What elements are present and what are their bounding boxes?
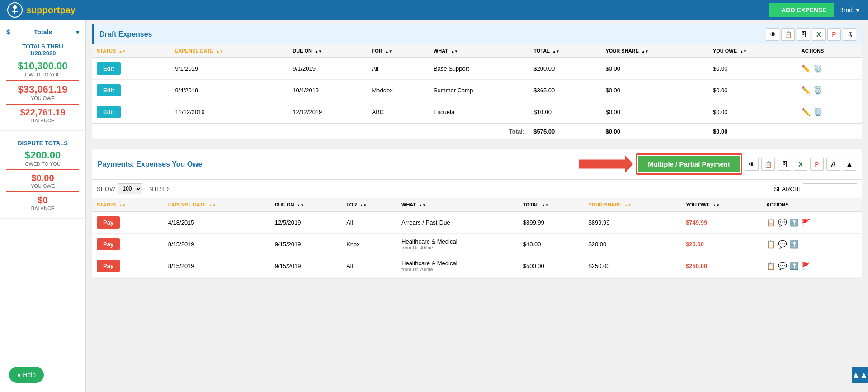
pay-col-status: STATUS ▲▼ [92, 198, 164, 211]
you-owe-amount: $33,061.19 [6, 84, 79, 96]
svg-point-1 [13, 5, 17, 9]
edit-button-1[interactable]: Edit [97, 84, 121, 96]
edit-icon[interactable]: ✏️ [802, 64, 811, 73]
draft-total-row: Total: $575.00 $0.00 $0.00 [92, 123, 862, 140]
edit-icon[interactable]: ✏️ [802, 86, 811, 95]
payments-db-btn[interactable]: 🗄 [778, 158, 791, 171]
sidebar-totals-header[interactable]: $ Totals ▾ [0, 25, 85, 38]
pay-button-2[interactable]: Pay [97, 260, 120, 272]
pay-yourshare-cell: $20.00 [584, 234, 681, 255]
chat-icon[interactable]: 💬 [778, 262, 787, 270]
draft-what-cell: Base Support [429, 57, 529, 80]
draft-expenses-section: Draft Expenses 👁 📋 🗄 X P 🖨 STATUS ▲▼ EXP… [92, 24, 862, 140]
pay-for-cell: All [342, 255, 397, 277]
pay-dueon-cell: 12/5/2019 [270, 211, 342, 234]
draft-actions-cell: ✏️ 🗑️ [797, 80, 862, 101]
pay-dueon-cell: 9/15/2019 [270, 234, 342, 255]
payments-pdf-btn[interactable]: P [810, 158, 824, 171]
edit-icon[interactable]: ✏️ [802, 108, 811, 116]
pay-col-actions: ACTIONS [762, 198, 862, 211]
eye-icon-btn[interactable]: 👁 [766, 28, 779, 41]
pay-status-cell: Pay [92, 255, 164, 277]
pay-col-for: FOR ▲▼ [342, 198, 397, 211]
edit-button-2[interactable]: Edit [97, 106, 121, 118]
draft-dueon-cell: 9/1/2019 [288, 57, 367, 80]
excel-icon-btn[interactable]: X [812, 28, 826, 41]
copy-icon[interactable]: 📋 [766, 262, 775, 270]
draft-dueon-cell: 12/12/2019 [288, 101, 367, 124]
pay-youowe-cell: $250.00 [681, 255, 762, 277]
pay-yourshare-cell: $899.99 [584, 211, 681, 234]
draft-dueon-cell: 10/4/2019 [288, 80, 367, 101]
draft-actions-cell: ✏️ 🗑️ [797, 101, 862, 124]
divider [6, 80, 79, 81]
chat-icon[interactable]: 💬 [778, 218, 787, 227]
entries-select[interactable]: 100 25 50 [118, 183, 142, 194]
pay-col-dueon: DUE ON ▲▼ [270, 198, 342, 211]
pay-col-youowe: YOU OWE ▲▼ [681, 198, 762, 211]
trash-icon[interactable]: 🗑️ [813, 108, 822, 116]
payments-excel-btn[interactable]: X [794, 158, 807, 171]
trash-icon[interactable]: 🗑️ [813, 64, 822, 73]
payments-header-right: Multiple / Partial Payment 👁 📋 🗄 X P 🖨 ▲ [579, 153, 856, 175]
pay-status-cell: Pay [92, 234, 164, 255]
search-area: SEARCH: [774, 183, 857, 194]
draft-expdate-cell: 9/1/2019 [171, 57, 288, 80]
user-menu[interactable]: Brad ▼ [840, 6, 861, 14]
divider4 [6, 191, 79, 192]
multiple-payment-button[interactable]: Multiple / Partial Payment [638, 156, 740, 172]
pay-button-0[interactable]: Pay [97, 216, 120, 229]
add-expense-button[interactable]: + ADD EXPENSE [769, 3, 834, 17]
edit-button-0[interactable]: Edit [97, 62, 121, 75]
help-button[interactable]: ● Help [9, 367, 44, 383]
copy-icon[interactable]: 📋 [766, 240, 775, 249]
print-icon-btn[interactable]: 🖨 [843, 28, 856, 41]
draft-for-cell: ABC [368, 101, 429, 124]
logo-text: supportpay [26, 5, 75, 15]
pay-what-cell: Healthcare & Medicalfrom Dr. Abbie [397, 255, 519, 277]
upload-icon[interactable]: ⬆️ [790, 240, 799, 249]
draft-what-cell: Summer Camp [429, 80, 529, 101]
flag-icon[interactable]: 🚩 [802, 262, 811, 270]
upload-icon[interactable]: ⬆️ [790, 262, 799, 270]
main-content: Draft Expenses 👁 📋 🗄 X P 🖨 STATUS ▲▼ EXP… [86, 20, 868, 392]
payments-collapse-btn[interactable]: ▲ [843, 158, 856, 171]
dispute-owed-amount: $200.00 [6, 149, 79, 161]
pay-status-cell: Pay [92, 211, 164, 234]
database-icon-btn[interactable]: 🗄 [797, 28, 810, 41]
draft-status-cell: Edit [92, 57, 171, 80]
trash-icon[interactable]: 🗑️ [813, 86, 822, 95]
flag-icon[interactable]: 🚩 [802, 218, 811, 227]
you-owe-label: You Owe [6, 96, 79, 101]
nav-right: + ADD EXPENSE Brad ▼ [769, 3, 861, 17]
search-input[interactable] [803, 183, 857, 194]
red-arrow-icon [579, 155, 633, 173]
copy-icon-btn[interactable]: 📋 [781, 28, 795, 41]
draft-for-cell: All [368, 57, 429, 80]
upload-icon[interactable]: ⬆️ [790, 218, 799, 227]
pay-actions-cell: 📋 💬 ⬆️ [762, 234, 862, 255]
pay-youowe-cell: $749.99 [681, 211, 762, 234]
total-label-cell [92, 123, 429, 140]
chat-icon[interactable]: 💬 [778, 240, 787, 249]
pay-what-cell: Healthcare & Medicalfrom Dr. Abbie [397, 234, 519, 255]
payments-eye-btn[interactable]: 👁 [745, 158, 759, 171]
draft-status-cell: Edit [92, 80, 171, 101]
dispute-balance-label: Balance [6, 206, 79, 211]
search-label: SEARCH: [774, 186, 800, 192]
draft-youowe-cell: $0.00 [708, 57, 797, 80]
payments-copy-btn[interactable]: 📋 [761, 158, 775, 171]
show-entries-left: SHOW 100 25 50 ENTRIES [97, 183, 171, 194]
payment-table-row: Pay 8/15/2019 9/15/2019 All Healthcare &… [92, 255, 862, 277]
payments-section: Payments: Expenses You Owe Multiple / Pa… [92, 149, 862, 277]
pdf-icon-btn[interactable]: P [827, 28, 841, 41]
pay-youowe-cell: $20.00 [681, 234, 762, 255]
nav-left: supportpay [7, 2, 75, 18]
payments-print-btn[interactable]: 🖨 [826, 158, 840, 171]
col-header-total: TOTAL ▲▼ [529, 44, 601, 57]
draft-expenses-table: STATUS ▲▼ EXPENSE DATE ▲▼ DUE ON ▲▼ FOR … [92, 44, 862, 140]
divider2 [6, 104, 79, 105]
pay-button-1[interactable]: Pay [97, 238, 120, 250]
scroll-to-top[interactable]: ▲▲ [852, 367, 868, 383]
copy-icon[interactable]: 📋 [766, 218, 775, 227]
